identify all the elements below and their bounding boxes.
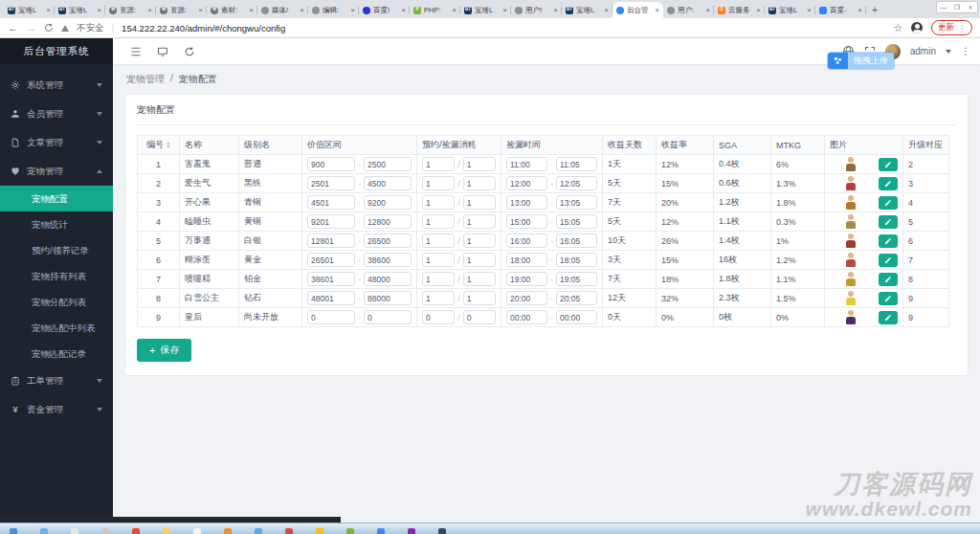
taskbar-app-icon[interactable] xyxy=(408,528,415,534)
taskbar-app-icon[interactable] xyxy=(40,528,48,534)
tab-close-icon[interactable]: × xyxy=(300,6,304,14)
minimize-icon[interactable]: — xyxy=(937,4,950,11)
edit-image-button[interactable] xyxy=(879,177,898,190)
time-start-input[interactable] xyxy=(506,253,547,267)
browser-tab[interactable]: 用户:× xyxy=(663,2,714,18)
sidebar-item-资金管理[interactable]: ¥资金管理 xyxy=(0,395,113,424)
browser-tab[interactable]: 用户!× xyxy=(511,2,562,18)
time-start-input[interactable] xyxy=(506,157,547,171)
sidebar-item-会员管理[interactable]: 会员管理 xyxy=(0,100,113,128)
taskbar-app-icon[interactable] xyxy=(224,528,232,534)
submenu-item-宠物配置[interactable]: 宠物配置 xyxy=(0,186,113,211)
time-start-input[interactable] xyxy=(506,310,547,324)
price-max-input[interactable] xyxy=(364,272,412,286)
edit-image-button[interactable] xyxy=(879,311,898,324)
edit-image-button[interactable] xyxy=(879,273,898,286)
bookmark-star-icon[interactable]: ☆ xyxy=(893,22,902,34)
time-end-input[interactable] xyxy=(556,253,597,267)
monitor-icon[interactable] xyxy=(149,46,176,57)
price-min-input[interactable] xyxy=(307,310,355,324)
taskbar-app-icon[interactable] xyxy=(101,528,109,534)
chrome-update-button[interactable]: 更新⋮ xyxy=(931,20,972,35)
tab-close-icon[interactable]: × xyxy=(249,6,254,14)
user-menu-caret-icon[interactable] xyxy=(946,50,951,54)
browser-tab[interactable]: 后台管× xyxy=(612,2,663,18)
new-tab-button[interactable]: + xyxy=(866,2,883,17)
taskbar-app-icon[interactable] xyxy=(316,528,323,534)
not-secure-icon[interactable] xyxy=(61,25,69,32)
price-min-input[interactable] xyxy=(307,253,355,267)
taskbar-app-icon[interactable] xyxy=(255,528,262,534)
browser-tab[interactable]: 媒体/× xyxy=(257,2,308,18)
reserve-cost-input[interactable] xyxy=(422,195,455,210)
edit-image-button[interactable] xyxy=(879,234,898,248)
pickup-cost-input[interactable] xyxy=(463,157,496,171)
sidebar-item-系统管理[interactable]: 系统管理 xyxy=(0,71,113,100)
time-start-input[interactable] xyxy=(506,176,547,190)
price-min-input[interactable] xyxy=(307,272,355,286)
windows-taskbar[interactable] xyxy=(0,523,980,534)
price-max-input[interactable] xyxy=(364,310,412,324)
browser-tab[interactable]: W资源:× xyxy=(105,2,156,18)
pickup-cost-input[interactable] xyxy=(463,291,496,305)
tab-close-icon[interactable]: × xyxy=(502,6,507,14)
drag-upload-badge[interactable]: 拖拽上传 xyxy=(828,53,894,69)
time-start-input[interactable] xyxy=(506,214,547,229)
price-max-input[interactable] xyxy=(364,176,412,190)
pickup-cost-input[interactable] xyxy=(463,272,496,286)
time-end-input[interactable] xyxy=(556,272,597,286)
time-start-input[interactable] xyxy=(506,195,547,210)
tab-close-icon[interactable]: × xyxy=(147,6,152,14)
tab-close-icon[interactable]: × xyxy=(46,6,51,14)
browser-tab[interactable]: {}云服务× xyxy=(714,2,765,18)
taskbar-app-icon[interactable] xyxy=(163,528,170,534)
submenu-item-宠物匹配记录[interactable]: 宠物匹配记录 xyxy=(0,341,113,367)
pickup-cost-input[interactable] xyxy=(463,234,496,248)
edit-image-button[interactable] xyxy=(879,158,898,171)
reserve-cost-input[interactable] xyxy=(422,272,455,286)
taskbar-app-icon[interactable] xyxy=(71,528,78,534)
tab-close-icon[interactable]: × xyxy=(553,6,558,14)
price-max-input[interactable] xyxy=(364,253,412,267)
time-end-input[interactable] xyxy=(556,157,597,171)
browser-tab[interactable]: BT宝塔L× xyxy=(460,2,511,18)
tab-close-icon[interactable]: × xyxy=(350,6,355,14)
browser-profile-icon[interactable] xyxy=(911,22,923,33)
browser-tab[interactable]: BT宝塔L× xyxy=(765,2,815,18)
taskbar-app-icon[interactable] xyxy=(438,528,446,534)
tab-close-icon[interactable]: × xyxy=(705,6,710,14)
taskbar-app-icon[interactable] xyxy=(285,528,293,534)
time-end-input[interactable] xyxy=(556,214,597,229)
browser-tab[interactable]: BT宝塔L× xyxy=(562,2,612,18)
price-min-input[interactable] xyxy=(307,176,355,190)
submenu-item-宠物持有列表[interactable]: 宠物持有列表 xyxy=(0,263,113,289)
submenu-item-宠物匹配中列表[interactable]: 宠物匹配中列表 xyxy=(0,315,113,341)
taskbar-app-icon[interactable] xyxy=(10,528,17,534)
taskbar-app-icon[interactable] xyxy=(193,528,201,534)
price-min-input[interactable] xyxy=(307,195,355,210)
pickup-cost-input[interactable] xyxy=(463,176,496,190)
tab-close-icon[interactable]: × xyxy=(858,6,862,14)
reserve-cost-input[interactable] xyxy=(422,291,455,305)
close-icon[interactable]: × xyxy=(964,4,977,11)
price-min-input[interactable] xyxy=(307,157,355,171)
sidebar-item-工单管理[interactable]: 工单管理 xyxy=(0,367,113,395)
time-start-input[interactable] xyxy=(506,234,547,248)
restore-icon[interactable]: ❐ xyxy=(950,4,964,11)
tab-close-icon[interactable]: × xyxy=(97,6,101,14)
time-end-input[interactable] xyxy=(556,291,597,305)
breadcrumb-section[interactable]: 宠物管理 xyxy=(126,73,165,86)
price-max-input[interactable] xyxy=(364,157,412,171)
pickup-cost-input[interactable] xyxy=(463,310,496,324)
taskbar-app-icon[interactable] xyxy=(377,528,385,534)
price-max-input[interactable] xyxy=(364,234,412,248)
sort-icon[interactable] xyxy=(167,142,170,148)
header-kebab-icon[interactable]: ⋮ xyxy=(961,46,970,56)
browser-tab[interactable]: 百度!× xyxy=(359,2,410,18)
taskbar-app-icon[interactable] xyxy=(132,528,140,534)
browser-tab[interactable]: 编辑:× xyxy=(308,2,359,18)
browser-tab[interactable]: PPHP:× xyxy=(410,2,460,18)
reserve-cost-input[interactable] xyxy=(422,310,455,324)
price-min-input[interactable] xyxy=(307,214,355,229)
tab-close-icon[interactable]: × xyxy=(604,6,609,14)
